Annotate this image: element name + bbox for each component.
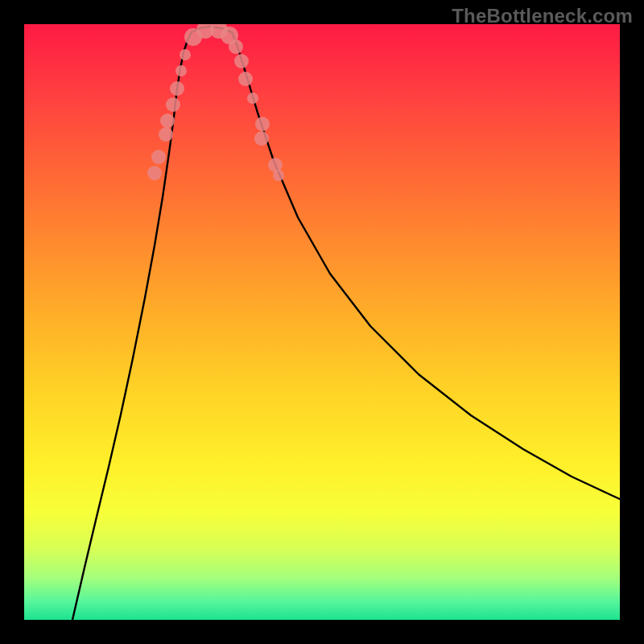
curve-right-branch bbox=[232, 32, 620, 499]
highlight-dot bbox=[160, 114, 175, 128]
highlight-dot bbox=[170, 81, 184, 96]
highlight-dot bbox=[151, 150, 166, 164]
highlight-dot bbox=[273, 170, 284, 181]
highlight-dot bbox=[159, 127, 173, 142]
highlight-dot bbox=[254, 131, 269, 146]
curve-layer bbox=[24, 24, 620, 620]
plot-area bbox=[24, 24, 620, 620]
highlight-dot bbox=[147, 166, 162, 180]
highlight-dot bbox=[268, 158, 283, 172]
watermark-text: TheBottleneck.com bbox=[452, 5, 633, 27]
highlight-dot bbox=[238, 72, 253, 86]
highlight-dot bbox=[247, 93, 258, 104]
highlight-dot bbox=[166, 97, 180, 112]
highlight-dot bbox=[234, 54, 249, 68]
highlight-dot bbox=[229, 39, 243, 54]
highlight-dot bbox=[180, 49, 191, 60]
highlight-dot bbox=[175, 65, 187, 76]
highlight-dot bbox=[255, 117, 270, 131]
chart-frame: TheBottleneck.com bbox=[0, 0, 644, 644]
